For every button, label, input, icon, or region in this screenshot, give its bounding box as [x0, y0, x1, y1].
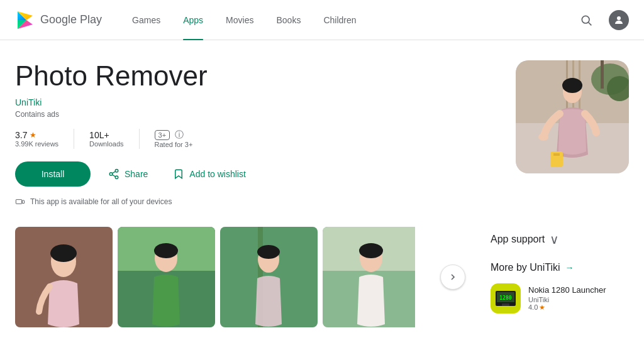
right-sidebar: App support ∨ More by UniTiki →: [491, 227, 629, 331]
svg-point-8: [109, 172, 113, 175]
app-icon-container: [516, 60, 629, 173]
app-support-title: App support ∨: [491, 232, 629, 247]
svg-point-7: [115, 169, 118, 172]
svg-rect-13: [22, 200, 24, 204]
rating-stat: 3.7 ★ 3.99K reviews: [15, 130, 58, 148]
search-icon: [580, 14, 592, 26]
nav-item-apps[interactable]: Apps: [173, 0, 213, 40]
share-icon: [108, 168, 119, 180]
rated-stat: 3+ ⓘ Rated for 3+: [155, 129, 193, 148]
rating-value: 3.7 ★: [15, 130, 36, 140]
nav-item-children[interactable]: Children: [313, 0, 366, 40]
screenshot-next-button[interactable]: [440, 264, 465, 290]
related-app-rating: 4.0 ★: [528, 303, 629, 312]
svg-point-24: [562, 78, 582, 93]
info-icon[interactable]: ⓘ: [175, 129, 184, 141]
app-header: Google Play Games Apps Movies Books Chil…: [0, 0, 644, 40]
svg-point-30: [50, 244, 77, 262]
svg-line-5: [589, 22, 592, 25]
rated-box: 3+: [155, 130, 170, 140]
screenshot-image-3: [220, 227, 318, 327]
header-nav: Games Apps Movies Books Children: [122, 0, 574, 40]
app-icon: [516, 60, 629, 173]
app-info: Photo Remover UniTiki Contains ads 3.7 ★…: [15, 60, 491, 207]
header-actions: [574, 8, 629, 33]
app-stats: 3.7 ★ 3.99K reviews 10L+ Downloads 3+ ⓘ: [15, 129, 491, 149]
svg-point-42: [359, 243, 383, 258]
more-by-link[interactable]: →: [565, 263, 574, 273]
screenshot-4: [323, 227, 415, 327]
stat-divider-1: [74, 129, 74, 149]
svg-text:1280: 1280: [499, 295, 511, 301]
app-title: Photo Remover: [15, 60, 491, 92]
expand-icon[interactable]: ∨: [550, 232, 559, 247]
svg-rect-19: [601, 60, 604, 89]
svg-line-10: [112, 175, 115, 177]
install-button[interactable]: Install: [15, 161, 91, 187]
related-app-info: Nokia 1280 Launcher UniTiki 4.0 ★: [528, 285, 629, 312]
app-icon-image: [516, 60, 629, 173]
svg-point-38: [257, 245, 280, 259]
svg-point-4: [582, 16, 589, 23]
nav-item-games[interactable]: Games: [122, 0, 170, 40]
screenshot-image-4: [323, 227, 415, 327]
search-button[interactable]: [574, 8, 599, 33]
screenshots-scroll: [15, 227, 415, 327]
share-button[interactable]: Share: [101, 163, 155, 185]
svg-rect-49: [502, 303, 509, 306]
header-logo[interactable]: Google Play: [15, 10, 102, 30]
app-support-section: App support ∨: [491, 232, 629, 247]
svg-rect-27: [553, 153, 560, 156]
account-icon: [613, 14, 625, 26]
related-app-item[interactable]: 1280 Nokia 1280 Launcher UniTiki 4.0 ★: [491, 281, 629, 316]
more-by-title: More by UniTiki: [491, 262, 560, 273]
nokia-launcher-icon: 1280: [491, 283, 521, 313]
app-developer[interactable]: UniTiki: [15, 97, 491, 107]
svg-point-9: [115, 176, 118, 179]
related-app-dev: UniTiki: [528, 296, 629, 303]
rating-label: 3.99K reviews: [15, 140, 58, 148]
google-play-icon: [15, 10, 35, 30]
downloads-value: 10L+: [89, 130, 109, 140]
account-button[interactable]: [609, 10, 629, 30]
screenshot-image-2: [118, 227, 215, 327]
devices-icon: [15, 197, 25, 207]
star-icon: ★: [30, 131, 36, 139]
app-actions: Install Share Add to wishlist: [15, 161, 491, 187]
screenshot-1: [15, 227, 113, 327]
related-app-name: Nokia 1280 Launcher: [528, 285, 629, 296]
related-app-icon: 1280: [491, 283, 521, 313]
main-content: Photo Remover UniTiki Contains ads 3.7 ★…: [0, 40, 644, 331]
nav-item-movies[interactable]: Movies: [216, 0, 264, 40]
screenshot-image-1: [15, 227, 113, 327]
stat-divider-2: [139, 129, 140, 149]
bookmark-icon: [173, 168, 184, 180]
logo-text: Google Play: [40, 13, 102, 26]
screenshot-3: [220, 227, 318, 327]
svg-point-34: [154, 243, 178, 258]
screenshots-and-sidebar: App support ∨ More by UniTiki →: [15, 227, 629, 331]
app-layout: Photo Remover UniTiki Contains ads 3.7 ★…: [15, 60, 629, 207]
screenshots-container: [15, 227, 415, 331]
app-contains-ads: Contains ads: [15, 110, 491, 119]
svg-line-11: [112, 171, 115, 173]
downloads-stat: 10L+ Downloads: [89, 130, 123, 148]
chevron-right-icon: [448, 272, 458, 282]
svg-point-25: [538, 133, 548, 141]
rating-star-icon: ★: [539, 303, 545, 312]
more-by-section: More by UniTiki → 1280 Nok: [491, 262, 629, 316]
devices-note: This app is available for all of your de…: [15, 197, 491, 207]
downloads-label: Downloads: [89, 140, 123, 148]
wishlist-button[interactable]: Add to wishlist: [165, 163, 253, 185]
rated-label: Rated for 3+: [155, 141, 193, 148]
rated-value: 3+ ⓘ: [155, 129, 184, 141]
nav-item-books[interactable]: Books: [266, 0, 311, 40]
screenshot-2: [118, 227, 215, 327]
svg-point-6: [617, 16, 621, 20]
svg-rect-12: [16, 199, 21, 204]
